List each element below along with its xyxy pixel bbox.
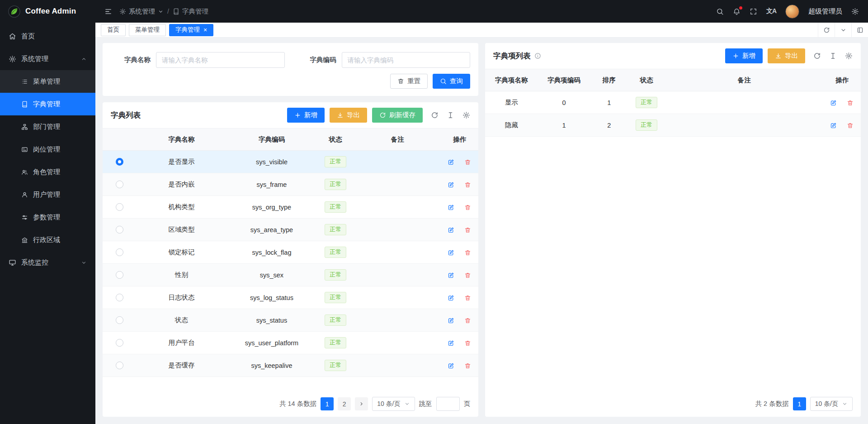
edit-button[interactable] xyxy=(448,181,454,188)
current-user-name[interactable]: 超级管理员 xyxy=(808,7,842,16)
tab-menu-mgmt[interactable]: 菜单管理 xyxy=(129,24,166,36)
tab-dict-mgmt[interactable]: 字典管理 × xyxy=(169,24,213,36)
tab-home[interactable]: 首页 xyxy=(101,24,126,36)
row-height-button[interactable] xyxy=(829,52,837,60)
content-fullscreen-button[interactable] xyxy=(851,23,868,37)
delete-button[interactable] xyxy=(464,181,471,188)
next-page-button[interactable] xyxy=(355,397,368,410)
breadcrumb-group[interactable]: 系统管理 xyxy=(119,7,164,16)
settings-button[interactable] xyxy=(851,8,859,15)
sidebar-item-home[interactable]: 首页 xyxy=(0,25,95,48)
table-refresh-button[interactable] xyxy=(431,111,439,119)
query-button[interactable]: 查询 xyxy=(433,74,470,89)
dict-item-row[interactable]: 显示 0 1 正常 xyxy=(485,91,861,114)
row-radio[interactable] xyxy=(116,158,123,166)
dict-name-input[interactable] xyxy=(156,52,285,68)
reset-button[interactable]: 重置 xyxy=(390,74,428,89)
dict-table-row[interactable]: 区域类型 sys_area_type 正常 xyxy=(103,219,478,241)
delete-button[interactable] xyxy=(464,295,471,301)
row-radio[interactable] xyxy=(116,203,123,211)
delete-button[interactable] xyxy=(464,362,471,369)
dict-item-row[interactable]: 隐藏 1 2 正常 xyxy=(485,114,861,137)
delete-button[interactable] xyxy=(847,100,854,106)
list-icon xyxy=(21,78,28,85)
edit-button[interactable] xyxy=(830,122,837,129)
delete-button[interactable] xyxy=(464,340,471,347)
table-settings-button[interactable] xyxy=(845,52,853,60)
sidebar-item-role-mgmt[interactable]: 角色管理 xyxy=(0,161,95,183)
row-radio[interactable] xyxy=(116,248,123,256)
dict-table-row[interactable]: 机构类型 sys_org_type 正常 xyxy=(103,196,478,219)
page-size-select[interactable]: 10 条/页 xyxy=(372,397,415,411)
dict-table-row[interactable]: 日志状态 sys_log_status 正常 xyxy=(103,286,478,309)
sidebar-item-dict-mgmt[interactable]: 字典管理 xyxy=(0,93,95,115)
dict-table-row[interactable]: 是否内嵌 sys_frame 正常 xyxy=(103,173,478,196)
page-size-select[interactable]: 10 条/页 xyxy=(810,397,853,411)
dict-table-row[interactable]: 性别 sys_sex 正常 xyxy=(103,264,478,286)
jump-page-input[interactable] xyxy=(436,397,460,411)
delete-button[interactable] xyxy=(464,204,471,211)
delete-button[interactable] xyxy=(464,317,471,324)
delete-button[interactable] xyxy=(847,122,854,129)
sidebar-item-system[interactable]: 系统管理 xyxy=(0,48,95,70)
sidebar-item-dept-mgmt[interactable]: 部门管理 xyxy=(0,115,95,138)
dict-table-row[interactable]: 状态 sys_status 正常 xyxy=(103,309,478,332)
dict-table-row[interactable]: 锁定标记 sys_lock_flag 正常 xyxy=(103,241,478,264)
add-item-button[interactable]: 新增 xyxy=(725,48,763,63)
search-button[interactable] xyxy=(716,8,724,15)
row-radio[interactable] xyxy=(116,316,123,324)
edit-button[interactable] xyxy=(448,272,454,279)
export-dict-button[interactable]: 导出 xyxy=(330,108,367,123)
row-height-button[interactable] xyxy=(447,111,454,119)
download-icon xyxy=(337,112,344,119)
table-refresh-button[interactable] xyxy=(813,52,821,60)
add-dict-button[interactable]: 新增 xyxy=(287,108,325,123)
sidebar-item-monitor[interactable]: 系统监控 xyxy=(0,251,95,274)
collapse-sidebar-button[interactable] xyxy=(104,8,112,15)
sidebar-item-user-mgmt[interactable]: 用户管理 xyxy=(0,183,95,206)
row-radio[interactable] xyxy=(116,294,123,301)
edit-button[interactable] xyxy=(448,249,454,256)
notifications-button[interactable] xyxy=(733,8,741,15)
delete-button[interactable] xyxy=(464,272,471,279)
page-button-1[interactable]: 1 xyxy=(793,397,806,410)
edit-button[interactable] xyxy=(448,204,454,211)
page-button-2[interactable]: 2 xyxy=(338,397,351,410)
refresh-cache-button[interactable]: 刷新缓存 xyxy=(372,108,423,123)
sidebar-item-post-mgmt[interactable]: 岗位管理 xyxy=(0,138,95,161)
refresh-page-button[interactable] xyxy=(818,23,835,37)
row-radio[interactable] xyxy=(116,339,123,347)
dict-table-row[interactable]: 是否缓存 sys_keepalive 正常 xyxy=(103,354,478,377)
delete-button[interactable] xyxy=(464,227,471,233)
sidebar-item-menu-mgmt[interactable]: 菜单管理 xyxy=(0,70,95,93)
edit-button[interactable] xyxy=(448,295,454,301)
sidebar-item-region-mgmt[interactable]: 行政区域 xyxy=(0,229,95,251)
delete-button[interactable] xyxy=(464,159,471,166)
edit-button[interactable] xyxy=(448,340,454,347)
row-radio[interactable] xyxy=(116,226,123,233)
edit-button[interactable] xyxy=(830,100,837,106)
fullscreen-button[interactable] xyxy=(750,8,757,15)
row-radio[interactable] xyxy=(116,271,123,279)
close-icon[interactable]: × xyxy=(203,27,207,33)
tab-options-button[interactable] xyxy=(835,23,851,37)
export-items-button[interactable]: 导出 xyxy=(768,48,805,63)
delete-button[interactable] xyxy=(464,249,471,256)
bell-icon xyxy=(733,8,741,15)
language-switch-button[interactable]: 文A xyxy=(766,7,776,15)
dict-table-row[interactable]: 是否显示 sys_visible 正常 xyxy=(103,151,478,173)
row-radio[interactable] xyxy=(116,181,123,188)
dict-code-input[interactable] xyxy=(342,52,471,68)
app-logo[interactable]: Coffee Admin xyxy=(0,0,95,23)
avatar[interactable] xyxy=(785,5,799,19)
row-radio[interactable] xyxy=(116,362,123,369)
sidebar-item-param-mgmt[interactable]: 参数管理 xyxy=(0,206,95,229)
table-settings-button[interactable] xyxy=(462,111,470,119)
edit-button[interactable] xyxy=(448,317,454,324)
edit-button[interactable] xyxy=(448,227,454,233)
edit-button[interactable] xyxy=(448,159,454,166)
dict-table-row[interactable]: 用户平台 sys_user_platform 正常 xyxy=(103,332,478,354)
edit-button[interactable] xyxy=(448,362,454,369)
search-form-card: 字典名称 字典编码 重置 xyxy=(103,43,478,96)
page-button-1[interactable]: 1 xyxy=(321,397,334,410)
